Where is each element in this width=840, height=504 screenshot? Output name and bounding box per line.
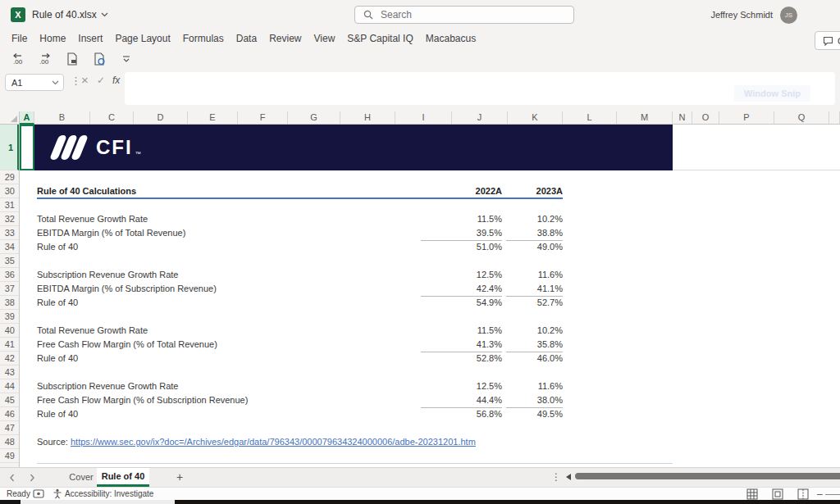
row-header-43[interactable]: 43 bbox=[0, 366, 19, 379]
column-header-M[interactable]: M bbox=[617, 111, 673, 124]
avatar[interactable]: JS bbox=[780, 7, 797, 24]
page-layout-view-icon[interactable] bbox=[772, 488, 783, 500]
sheet-tab-rule-of-40[interactable]: Rule of 40 bbox=[97, 468, 149, 487]
enter-icon[interactable]: ✓ bbox=[97, 75, 105, 86]
tab-data[interactable]: Data bbox=[236, 33, 257, 44]
search-box[interactable] bbox=[354, 6, 574, 24]
tab-home[interactable]: Home bbox=[39, 33, 66, 44]
column-header-B[interactable]: B bbox=[34, 111, 90, 124]
row-header-44[interactable]: 44 bbox=[0, 379, 19, 393]
sheet-row-46[interactable]: Rule of 4056.8%49.5% bbox=[20, 407, 840, 421]
column-header-G[interactable]: G bbox=[288, 111, 340, 124]
tab-review[interactable]: Review bbox=[269, 33, 301, 44]
row-header-41[interactable]: 41 bbox=[0, 338, 19, 352]
column-header-O[interactable]: O bbox=[692, 111, 719, 124]
column-header-partial[interactable] bbox=[829, 111, 840, 124]
column-header-F[interactable]: F bbox=[238, 111, 288, 124]
accessibility-status[interactable]: Accessibility: Investigate bbox=[65, 489, 153, 498]
increase-decimal-icon[interactable]: .00 bbox=[10, 51, 26, 67]
row-header-38[interactable]: 38 bbox=[0, 296, 19, 310]
prev-sheet-icon[interactable] bbox=[7, 472, 18, 484]
column-header-I[interactable]: I bbox=[395, 111, 452, 124]
row-header-36[interactable]: 36 bbox=[0, 268, 19, 282]
add-sheet-button[interactable]: + bbox=[172, 468, 187, 487]
column-header-H[interactable]: H bbox=[340, 111, 395, 124]
horizontal-scrollbar[interactable] bbox=[575, 473, 840, 479]
zoom-slider[interactable] bbox=[825, 494, 840, 495]
row-header-48[interactable]: 48 bbox=[0, 435, 19, 449]
sheet-row-38[interactable]: Rule of 4054.9%52.7% bbox=[20, 296, 840, 310]
tab-macabacus[interactable]: Macabacus bbox=[426, 33, 476, 44]
formula-input[interactable] bbox=[131, 75, 807, 86]
column-header-Q[interactable]: Q bbox=[774, 111, 829, 124]
print-preview-icon[interactable] bbox=[64, 51, 80, 67]
print-settings-icon[interactable] bbox=[91, 51, 107, 67]
row-header-47[interactable]: 47 bbox=[0, 421, 19, 435]
row-header-33[interactable]: 33 bbox=[0, 226, 19, 240]
next-sheet-icon[interactable] bbox=[26, 472, 38, 484]
tab-formulas[interactable]: Formulas bbox=[183, 33, 224, 44]
column-header-D[interactable]: D bbox=[134, 111, 188, 124]
page-break-view-icon[interactable] bbox=[797, 488, 809, 500]
row-header-39[interactable]: 39 bbox=[0, 310, 19, 324]
row-header-30[interactable]: 30 bbox=[0, 184, 19, 198]
select-all-corner[interactable] bbox=[0, 111, 20, 125]
tab-strip-handle[interactable]: ⋮ bbox=[551, 471, 561, 483]
row-header-34[interactable]: 34 bbox=[0, 240, 19, 254]
sheet-grid[interactable]: CFI ™ Rule of 40 Calculations2022A2023AT… bbox=[20, 125, 840, 467]
selected-cell-a1[interactable] bbox=[20, 125, 34, 170]
accessibility-icon[interactable] bbox=[52, 488, 62, 499]
sheet-row-34[interactable]: Rule of 4051.0%49.0% bbox=[20, 240, 840, 254]
row-header-32[interactable]: 32 bbox=[0, 212, 19, 226]
row-header-49[interactable]: 49 bbox=[0, 449, 19, 463]
row-header-46[interactable]: 46 bbox=[0, 407, 19, 421]
zoom-out-button[interactable]: – bbox=[817, 488, 823, 500]
row-header-40[interactable]: 40 bbox=[0, 324, 19, 338]
row-header-37[interactable]: 37 bbox=[0, 282, 19, 296]
sheet-row-42[interactable]: Rule of 4052.8%46.0% bbox=[20, 352, 840, 366]
normal-view-icon[interactable] bbox=[746, 488, 758, 500]
column-header-P[interactable]: P bbox=[719, 111, 774, 124]
name-box[interactable]: A1 bbox=[5, 74, 64, 91]
tab-page-layout[interactable]: Page Layout bbox=[115, 33, 170, 44]
sheet-row-48[interactable]: Source:https://www.sec.gov/ix?doc=/Archi… bbox=[20, 435, 840, 449]
sheet-row-40[interactable]: Total Revenue Growth Rate11.5%10.2% bbox=[20, 324, 840, 338]
sheet-tab-cover[interactable]: Cover bbox=[64, 468, 98, 487]
column-header-K[interactable]: K bbox=[508, 111, 563, 124]
cancel-icon[interactable]: × bbox=[81, 73, 89, 87]
hscroll-left-arrow-icon[interactable] bbox=[566, 474, 571, 480]
column-header-J[interactable]: J bbox=[452, 111, 508, 124]
tab-view[interactable]: View bbox=[314, 33, 336, 44]
document-title-menu[interactable]: Rule of 40.xlsx bbox=[32, 9, 108, 20]
row-header-1[interactable]: 1 bbox=[0, 125, 19, 170]
tab-insert[interactable]: Insert bbox=[78, 33, 103, 44]
column-header-A[interactable]: A bbox=[20, 111, 34, 125]
tab-sp-capital-iq[interactable]: S&P Capital IQ bbox=[347, 33, 413, 44]
sheet-row-36[interactable]: Subscription Revenue Growth Rate12.5%11.… bbox=[20, 268, 840, 282]
column-header-L[interactable]: L bbox=[563, 111, 617, 124]
row-header-42[interactable]: 42 bbox=[0, 352, 19, 366]
macro-record-icon[interactable] bbox=[33, 489, 44, 498]
cfi-banner[interactable]: CFI ™ bbox=[34, 125, 673, 170]
column-header-N[interactable]: N bbox=[673, 111, 692, 124]
row-header-31[interactable]: 31 bbox=[0, 198, 19, 212]
row-header-45[interactable]: 45 bbox=[0, 393, 19, 407]
sheet-row-44[interactable]: Subscription Revenue Growth Rate12.5%11.… bbox=[20, 379, 840, 393]
tab-file[interactable]: File bbox=[11, 33, 27, 44]
sheet-row-41[interactable]: Free Cash Flow Margin (% of Total Revenu… bbox=[20, 338, 840, 352]
row-header-29[interactable]: 29 bbox=[0, 170, 19, 184]
search-input[interactable] bbox=[379, 8, 546, 21]
decrease-decimal-icon[interactable]: .00 bbox=[37, 51, 53, 67]
sheet-row-33[interactable]: EBITDA Margin (% of Total Revenue)39.5%3… bbox=[20, 226, 840, 240]
column-header-C[interactable]: C bbox=[90, 111, 134, 124]
insert-function-icon[interactable]: fx bbox=[112, 75, 120, 86]
row-header-35[interactable]: 35 bbox=[0, 254, 19, 268]
formula-bar[interactable] bbox=[125, 72, 835, 105]
source-link[interactable]: https://www.sec.gov/ix?doc=/Archives/edg… bbox=[71, 435, 476, 449]
column-header-E[interactable]: E bbox=[188, 111, 238, 124]
more-commands-icon[interactable] bbox=[118, 51, 135, 67]
sheet-row-37[interactable]: EBITDA Margin (% of Subscription Revenue… bbox=[20, 282, 840, 296]
sheet-row-45[interactable]: Free Cash Flow Margin (% of Subscription… bbox=[20, 393, 840, 407]
sheet-row-32[interactable]: Total Revenue Growth Rate11.5%10.2% bbox=[20, 212, 840, 226]
sheet-row-30[interactable]: Rule of 40 Calculations2022A2023A bbox=[20, 184, 840, 198]
